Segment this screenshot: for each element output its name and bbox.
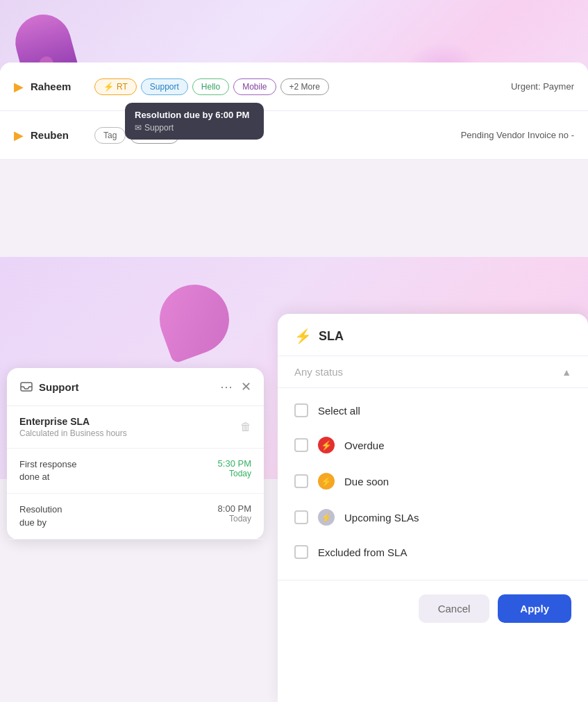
sla-details-card: Support ⋯ ✕ Enterprise SLA Calculated in…	[7, 368, 264, 540]
resolution-date: Today	[218, 514, 251, 524]
tag-mobile[interactable]: Mobile	[233, 78, 276, 95]
filter-header: ⚡ SLA	[278, 314, 588, 356]
filter-options-list: Select all ⚡ Overdue ⚡ Due soon ⚡ Upcomi…	[278, 388, 588, 574]
filter-title: SLA	[319, 329, 344, 344]
conv-subject-raheem: Urgent: Paymer	[511, 81, 574, 92]
tag-support[interactable]: Support	[141, 78, 188, 95]
tooltip-inbox-icon: ✉	[135, 123, 142, 133]
excluded-label: Excluded from SLA	[318, 546, 407, 558]
upcoming-label: Upcoming SLAs	[344, 512, 419, 524]
card-inbox-title: Support	[39, 381, 79, 393]
lightning-filter-icon: ⚡	[294, 328, 312, 344]
chevron-up-icon: ▲	[562, 367, 571, 378]
overdue-icon: ⚡	[318, 437, 335, 453]
first-response-row: First response done at 5:30 PM Today	[7, 449, 264, 494]
checkbox-overdue[interactable]	[294, 438, 308, 452]
lightning-icon: ⚡	[103, 82, 114, 92]
resolution-label: Resolution due by	[19, 503, 62, 528]
filter-action-buttons: Cancel Apply	[278, 580, 588, 637]
enterprise-sla-info: Enterprise SLA Calculated in Business ho…	[19, 416, 127, 438]
star-icon-raheem: ▶	[14, 79, 24, 94]
tag-tag[interactable]: Tag	[94, 127, 126, 144]
tag-rt[interactable]: ⚡ RT	[94, 78, 137, 95]
card-header: Support ⋯ ✕	[7, 368, 264, 406]
resolution-time: 8:00 PM	[218, 503, 251, 514]
checkbox-select-all[interactable]	[294, 403, 308, 417]
checkbox-upcoming[interactable]	[294, 510, 308, 524]
conversation-list: ▶ Raheem ⚡ RT Support Hello Mobile +2 Mo…	[0, 62, 588, 160]
apply-button[interactable]: Apply	[498, 594, 571, 623]
trash-icon[interactable]: 🗑	[240, 421, 251, 433]
tooltip-title: Resolution due by 6:00 PM	[135, 110, 254, 120]
blob-4	[150, 275, 239, 364]
filter-option-due-soon[interactable]: ⚡ Due soon	[278, 463, 588, 499]
status-selector[interactable]: Any status ▲	[278, 356, 588, 388]
resolution-row: Resolution due by 8:00 PM Today	[7, 494, 264, 539]
resolution-value: 8:00 PM Today	[218, 503, 251, 524]
checkbox-excluded[interactable]	[294, 545, 308, 559]
sla-name-label: Enterprise SLA	[19, 416, 127, 427]
inbox-icon	[19, 380, 33, 394]
tag-hello[interactable]: Hello	[192, 78, 229, 95]
more-options-button[interactable]: ⋯	[220, 379, 233, 394]
card-actions: ⋯ ✕	[220, 379, 251, 394]
due-soon-icon: ⚡	[318, 473, 335, 490]
cancel-button[interactable]: Cancel	[419, 594, 490, 623]
tags-row-raheem: ⚡ RT Support Hello Mobile +2 More	[94, 78, 505, 95]
sla-sub-label: Calculated in Business hours	[19, 428, 127, 438]
first-response-value: 5:30 PM Today	[218, 458, 251, 478]
first-response-time: 5:30 PM	[218, 458, 251, 469]
due-soon-label: Due soon	[344, 476, 389, 487]
first-response-label: First response done at	[19, 458, 76, 483]
filter-option-upcoming[interactable]: ⚡ Upcoming SLAs	[278, 499, 588, 535]
upcoming-icon: ⚡	[318, 509, 335, 526]
sla-filter-panel: ⚡ SLA Any status ▲ Select all ⚡ Overdue …	[278, 314, 588, 702]
conversation-row-reuben[interactable]: ▶ Reuben Tag +2 More Pending Vendor Invo…	[0, 111, 588, 160]
conversation-row-raheem[interactable]: ▶ Raheem ⚡ RT Support Hello Mobile +2 Mo…	[0, 62, 588, 111]
sla-tooltip: Resolution due by 6:00 PM ✉ Support	[125, 103, 264, 140]
close-button[interactable]: ✕	[241, 379, 251, 394]
checkbox-due-soon[interactable]	[294, 474, 308, 488]
tag-more-raheem[interactable]: +2 More	[280, 78, 329, 95]
tooltip-subtitle: ✉ Support	[135, 123, 254, 133]
select-all-label: Select all	[318, 405, 360, 417]
enterprise-sla-row: Enterprise SLA Calculated in Business ho…	[7, 406, 264, 449]
filter-option-overdue[interactable]: ⚡ Overdue	[278, 427, 588, 463]
card-header-left: Support	[19, 380, 79, 394]
conv-name-raheem: Raheem	[31, 81, 86, 92]
conv-subject-reuben: Pending Vendor Invoice no -	[461, 130, 574, 140]
status-placeholder: Any status	[294, 366, 343, 378]
filter-option-select-all[interactable]: Select all	[278, 394, 588, 427]
conv-name-reuben: Reuben	[31, 129, 86, 141]
overdue-label: Overdue	[344, 440, 385, 451]
filter-option-excluded[interactable]: Excluded from SLA	[278, 535, 588, 569]
first-response-date: Today	[218, 469, 251, 478]
star-icon-reuben: ▶	[14, 128, 24, 143]
